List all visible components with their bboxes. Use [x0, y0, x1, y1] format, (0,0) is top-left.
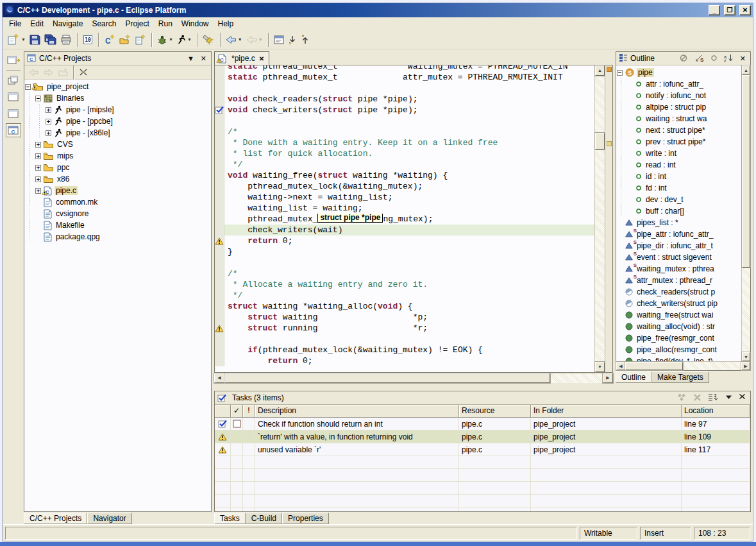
project-item-pipe-c[interactable]: +Cpipe.c	[24, 185, 211, 196]
perspective-window-perspective-1[interactable]	[6, 90, 21, 104]
project-item-pipe-project[interactable]: −pipe_project	[24, 81, 211, 92]
project-item-makefile[interactable]: Makefile	[24, 219, 211, 231]
outline-item-pipe-alloc-resmgr-cont[interactable]: pipe_alloc(resmgr_cont	[616, 344, 741, 355]
expand-box-icon[interactable]: +	[46, 119, 51, 124]
minimize-button[interactable]: _	[709, 5, 720, 15]
toolbar-button-binary-parser-icon[interactable]: 10	[81, 32, 95, 47]
toolbar-button-console-icon[interactable]	[272, 32, 286, 47]
outline-item-buff-char-[interactable]: buff : char[]	[616, 205, 741, 217]
outline-item-waiting-alloc-void-str[interactable]: waiting_alloc(void) : str	[616, 321, 741, 332]
perspective-c-cpp-perspective[interactable]: C	[6, 123, 21, 137]
task-row-2[interactable]: `return' with a value, in function retur…	[215, 431, 750, 443]
editor-tab-close-icon[interactable]: ✕	[258, 55, 265, 62]
dropdown-arrow-icon[interactable]: ▼	[187, 37, 192, 42]
task-row-1[interactable]: Check if function should return an intpi…	[215, 418, 750, 431]
code-line-1[interactable]: static pthread_mutex_t waiting_mutex = P…	[215, 65, 594, 72]
menu-item-help[interactable]: Help	[214, 18, 239, 30]
outline-item-fd-int[interactable]: fd : int	[616, 182, 741, 194]
collapse-box-icon[interactable]: −	[25, 84, 31, 90]
expand-box-icon[interactable]: +	[35, 188, 41, 194]
annotation-marker-yellow[interactable]	[607, 141, 612, 146]
left-tab-navigator[interactable]: Navigator	[87, 513, 131, 524]
perspective-open-perspective[interactable]	[6, 53, 21, 67]
scroll-right-icon[interactable]: ▶	[603, 373, 613, 383]
code-line-14[interactable]: waiting_list = waiting;	[215, 203, 594, 214]
outline-hscroll-thumb[interactable]	[625, 362, 683, 370]
outline-vscroll-thumb[interactable]	[742, 75, 750, 268]
overview-ruler[interactable]	[605, 65, 612, 372]
outline-item-attr-iofunc-attr-[interactable]: attr : iofunc_attr_	[616, 78, 741, 90]
code-line-12[interactable]: pthread_mutex_lock(&waiting_mutex);	[215, 181, 594, 192]
code-line-16[interactable]: check_writers(wait)	[215, 225, 594, 235]
project-item-package-qpg[interactable]: package.qpg	[24, 231, 211, 243]
column-header-Description[interactable]: Description	[255, 405, 459, 418]
code-line-4[interactable]: void check_readers(struct pipe *pipe);	[215, 94, 594, 105]
project-item-cvs[interactable]: +CVS	[24, 139, 211, 150]
outline-item-id-int[interactable]: id : int	[616, 171, 741, 182]
perspective-window-perspective-2[interactable]	[6, 107, 21, 121]
dropdown-arrow-icon[interactable]: ▼	[258, 37, 263, 42]
code-line-18[interactable]: }	[215, 246, 594, 257]
outline-item-prev-struct-pipe-[interactable]: prev : struct pipe*	[616, 136, 741, 148]
outline-item-read-int[interactable]: read : int	[616, 159, 741, 171]
close-button[interactable]: ✕	[739, 5, 751, 15]
code-line-26[interactable]	[215, 334, 594, 345]
editor-vscroll[interactable]: ▲ ▼	[594, 65, 605, 372]
project-item-common-mk[interactable]: common.mk	[24, 196, 211, 208]
outline-item-pipe-dir-iofunc-attr-t[interactable]: Spipe_dir : iofunc_attr_t	[616, 240, 741, 252]
code-line-5[interactable]: void check_writers(struct pipe *pipe);	[215, 105, 594, 115]
project-item-cvsignore[interactable]: cvsignore	[24, 208, 211, 219]
expand-box-icon[interactable]: +	[35, 153, 41, 159]
outline-item-pipe-free-resmgr-cont[interactable]: pipe_free(resmgr_cont	[616, 332, 741, 344]
toolbar-button-new-folder-wizard-icon[interactable]	[117, 32, 133, 47]
outline-item-pipe-find-dev-t-ino-t-[interactable]: pipe_find(dev_t, ino_t)	[616, 355, 741, 361]
code-line-17[interactable]: return 0;	[215, 235, 594, 246]
scroll-down-icon[interactable]: ▼	[595, 362, 605, 372]
menu-item-run[interactable]: Run	[154, 18, 177, 30]
menu-item-window[interactable]: Window	[177, 18, 214, 30]
view-menu-icon[interactable]	[723, 393, 734, 403]
scroll-left-icon[interactable]: ◀	[214, 373, 224, 383]
expand-box-icon[interactable]: +	[35, 142, 41, 148]
hide-nonpublic-icon[interactable]	[708, 54, 720, 64]
project-item-pipe-ppcbe-[interactable]: +pipe - [ppcbe]	[24, 115, 211, 127]
filter-tasks-icon[interactable]	[706, 393, 721, 403]
toolbar-button-new-class-wizard-icon[interactable]: C	[102, 32, 117, 47]
scroll-down-icon[interactable]: ▼	[742, 352, 750, 361]
outline-item-pipes-list-[interactable]: pipes_list : *	[616, 217, 741, 228]
outline-item-dev-dev-t[interactable]: dev : dev_t	[616, 194, 741, 205]
outline-item-notify-iofunc-not[interactable]: notify : iofunc_not	[616, 90, 741, 101]
code-line-8[interactable]: * Done with a waiting entry. Keep it on …	[215, 137, 594, 148]
outline-item-waiting-mutex-pthrea[interactable]: Swaiting_mutex : pthrea	[616, 263, 741, 275]
column-header-marker[interactable]	[215, 405, 231, 418]
perspective-resource-perspective[interactable]	[6, 73, 21, 87]
close-view-icon[interactable]	[737, 393, 748, 403]
editor-hscroll[interactable]: ◀ ▶	[214, 373, 613, 383]
code-line-7[interactable]: /*	[215, 126, 594, 137]
annotation-marker-orange[interactable]	[607, 67, 612, 72]
dropdown-arrow-icon[interactable]: ▼	[169, 37, 173, 42]
code-line-25[interactable]: struct running *r;	[215, 323, 594, 334]
projects-view-close-icon[interactable]: ✕	[199, 55, 208, 63]
expand-box-icon[interactable]: +	[35, 165, 41, 171]
outline-vscroll[interactable]: ▲ ▼	[741, 65, 750, 361]
code-line-2[interactable]: static pthread_mutex_t attr_mutex = PTHR…	[215, 72, 594, 83]
hide-fields-icon[interactable]	[677, 54, 691, 64]
code-line-19[interactable]	[215, 257, 594, 268]
toolbar-button-save-icon[interactable]	[28, 32, 42, 47]
collapse-box-icon[interactable]: −	[35, 96, 41, 101]
column-header-![interactable]: !	[243, 405, 255, 418]
menu-item-search[interactable]: Search	[87, 18, 121, 30]
outline-item-pipe[interactable]: −Spipe	[616, 67, 741, 78]
toolbar-button-debug-icon[interactable]: ▼	[155, 32, 175, 47]
toolbar-button-save-all-icon[interactable]	[42, 32, 58, 47]
scroll-right-icon[interactable]: ▶	[741, 362, 750, 370]
outline-item-waiting-free-struct-wai[interactable]: waiting_free(struct wai	[616, 309, 741, 321]
toolbar-button-back-icon[interactable]: ▼	[224, 32, 244, 47]
outline-item-attr-mutex-pthread-r[interactable]: Sattr_mutex : pthread_r	[616, 275, 741, 286]
column-header-✓[interactable]: ✓	[231, 405, 243, 418]
toolbar-button-new-file-wizard-icon[interactable]	[133, 32, 148, 47]
outline-item-write-int[interactable]: write : int	[616, 148, 741, 159]
code-line-13[interactable]: waiting->next = waiting_list;	[215, 192, 594, 203]
outline-tab-make-targets[interactable]: Make Targets	[651, 371, 709, 383]
